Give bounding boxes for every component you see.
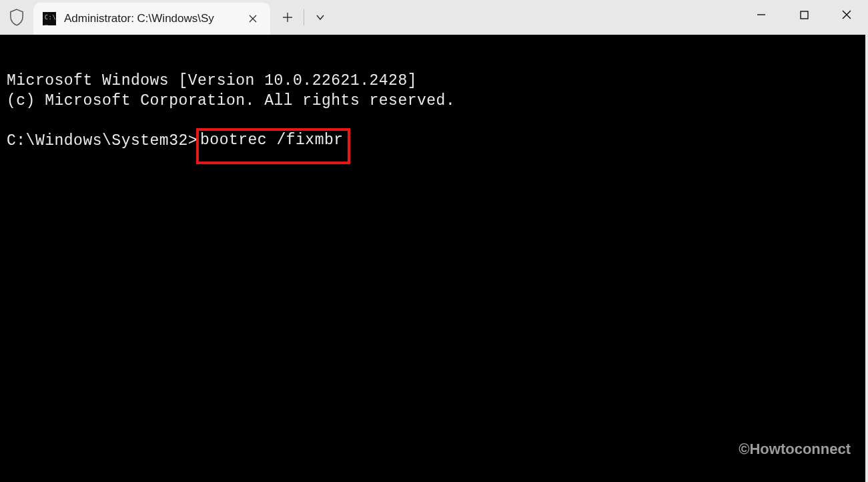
window-close-button[interactable] [825, 0, 868, 29]
terminal-icon: C:\ _ [43, 12, 56, 25]
divider [304, 9, 304, 25]
maximize-button[interactable] [783, 0, 825, 29]
terminal-content: Microsoft Windows [Version 10.0.22621.24… [0, 35, 865, 171]
shield-icon [0, 0, 33, 35]
minimize-button[interactable] [740, 0, 783, 29]
new-tab-button[interactable] [273, 4, 302, 31]
command-highlight: bootrec /fixmbr [196, 128, 350, 164]
svg-text:_: _ [45, 19, 49, 25]
active-tab[interactable]: C:\ _ Administrator: C:\Windows\Sy [33, 3, 270, 35]
terminal-line: Microsoft Windows [Version 10.0.22621.24… [7, 72, 417, 89]
watermark: ©Howtoconnect [739, 441, 851, 458]
titlebar: C:\ _ Administrator: C:\Windows\Sy [0, 0, 868, 35]
tab-actions [273, 0, 335, 35]
tab-title: Administrator: C:\Windows\Sy [64, 12, 236, 25]
terminal-command: bootrec /fixmbr [200, 132, 344, 149]
terminal-prompt: C:\Windows\System32> [7, 131, 197, 151]
terminal-area[interactable]: Microsoft Windows [Version 10.0.22621.24… [0, 35, 865, 482]
svg-rect-3 [801, 11, 808, 19]
tab-dropdown-button[interactable] [306, 4, 335, 31]
window-controls [740, 0, 868, 29]
terminal-line: (c) Microsoft Corporation. All rights re… [7, 92, 455, 109]
tab-close-button[interactable] [244, 9, 262, 28]
